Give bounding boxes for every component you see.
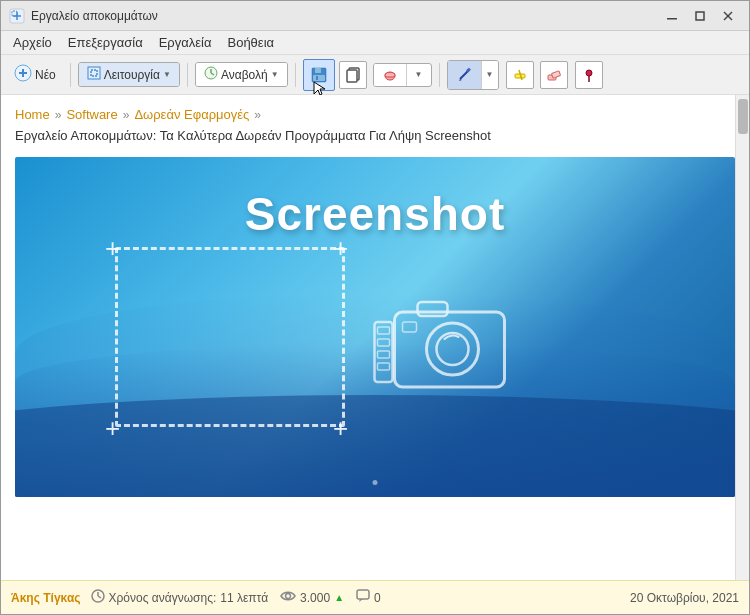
svg-rect-11 xyxy=(88,67,100,79)
screenshot-illustration: + + + + xyxy=(115,247,435,447)
separator-3 xyxy=(295,63,296,87)
status-bar: Άκης Τίγκας Χρόνος ανάγνωσης: 11 λεπτά 3… xyxy=(1,580,749,614)
svg-rect-38 xyxy=(378,351,390,358)
crosshair-br: + xyxy=(333,415,348,441)
save-button[interactable] xyxy=(303,59,335,91)
toolbar: Νέο Λειτουργία ▼ xyxy=(1,55,749,95)
svg-rect-32 xyxy=(551,70,560,77)
svg-rect-22 xyxy=(347,70,357,82)
crosshair-tr: + xyxy=(333,235,348,261)
delete-button[interactable] xyxy=(374,64,407,86)
svg-marker-27 xyxy=(459,79,462,81)
delay-icon xyxy=(204,66,218,83)
svg-rect-18 xyxy=(313,75,325,81)
window-title: Εργαλείο αποκομμάτων xyxy=(31,9,659,23)
breadcrumb-current: Εργαλείο Αποκομμάτων: Τα Καλύτερα Δωρεάν… xyxy=(15,126,491,147)
svg-point-33 xyxy=(586,70,592,76)
mode-label: Λειτουργία xyxy=(104,68,160,82)
svg-rect-39 xyxy=(378,363,390,370)
scrollbar[interactable] xyxy=(735,95,749,580)
crosshair-tl: + xyxy=(105,235,120,261)
draw-tools-group: ▼ xyxy=(447,60,499,90)
svg-rect-36 xyxy=(378,327,390,334)
new-button[interactable]: Νέο xyxy=(7,60,63,89)
svg-rect-25 xyxy=(387,73,393,75)
delay-group: Αναβολή ▼ xyxy=(195,62,288,87)
pen-button[interactable] xyxy=(448,61,482,89)
status-comments: 0 xyxy=(356,589,381,606)
breadcrumb-free-apps[interactable]: Δωρεάν Εφαρμογές xyxy=(134,105,249,126)
hero-dot xyxy=(373,480,378,485)
dropdown-arrow-button[interactable]: ▼ xyxy=(407,67,431,82)
readtime-value: 11 λεπτά xyxy=(220,591,268,605)
pin-button[interactable] xyxy=(575,61,603,89)
new-icon xyxy=(14,64,32,85)
breadcrumb-sep-3: » xyxy=(254,106,261,125)
svg-rect-5 xyxy=(696,12,704,20)
pen-dropdown-icon: ▼ xyxy=(486,70,494,79)
selection-box xyxy=(115,247,345,427)
svg-line-47 xyxy=(98,596,101,598)
svg-point-43 xyxy=(437,333,469,365)
svg-point-48 xyxy=(286,594,291,599)
separator-2 xyxy=(187,63,188,87)
svg-point-42 xyxy=(427,323,479,375)
new-label: Νέο xyxy=(35,68,56,82)
copy-button[interactable] xyxy=(339,61,367,89)
mode-icon xyxy=(87,66,101,83)
readtime-label: Χρόνος ανάγνωσης: xyxy=(109,591,217,605)
menu-edit[interactable]: Επεξεργασία xyxy=(60,33,151,52)
breadcrumb-sep-2: » xyxy=(123,106,130,125)
restore-button[interactable] xyxy=(687,6,713,26)
app-icon xyxy=(9,8,25,24)
menu-bar: Αρχείο Επεξεργασία Εργαλεία Βοήθεια xyxy=(1,31,749,55)
views-icon xyxy=(280,590,296,605)
pen-dropdown-button[interactable]: ▼ xyxy=(482,61,498,89)
svg-rect-4 xyxy=(667,18,677,20)
status-views: 3.000 ▲ xyxy=(280,590,344,605)
comments-value: 0 xyxy=(374,591,381,605)
action-dropdown-icon: ▼ xyxy=(415,70,423,79)
close-button[interactable] xyxy=(715,6,741,26)
breadcrumb-sep-1: » xyxy=(55,106,62,125)
status-date: 20 Οκτωβρίου, 2021 xyxy=(630,591,739,605)
eraser-button[interactable] xyxy=(540,61,568,89)
views-trend: ▲ xyxy=(334,592,344,603)
highlighter-button[interactable] xyxy=(506,61,534,89)
breadcrumb-software[interactable]: Software xyxy=(66,105,117,126)
crosshair-bl: + xyxy=(105,415,120,441)
mode-group: Λειτουργία ▼ xyxy=(78,62,180,87)
content-area[interactable]: Home » Software » Δωρεάν Εφαρμογές » Εργ… xyxy=(1,95,749,580)
mode-dropdown-icon: ▼ xyxy=(163,70,171,79)
separator-4 xyxy=(439,63,440,87)
scrollbar-thumb[interactable] xyxy=(738,99,748,134)
menu-tools[interactable]: Εργαλεία xyxy=(151,33,220,52)
app-window: Εργαλείο αποκομμάτων Αρχείο Επεξεργασία … xyxy=(0,0,750,615)
save-button-wrapper xyxy=(303,59,335,91)
breadcrumb-home[interactable]: Home xyxy=(15,105,50,126)
breadcrumb: Home » Software » Δωρεάν Εφαρμογές » Εργ… xyxy=(15,105,735,147)
menu-file[interactable]: Αρχείο xyxy=(5,33,60,52)
comments-icon xyxy=(356,589,370,606)
hero-image: Screenshot + + + + xyxy=(15,157,735,497)
camera-svg xyxy=(370,287,515,407)
minimize-button[interactable] xyxy=(659,6,685,26)
title-bar: Εργαλείο αποκομμάτων xyxy=(1,1,749,31)
delay-dropdown-icon: ▼ xyxy=(271,70,279,79)
hero-title: Screenshot xyxy=(245,188,506,240)
delay-button[interactable]: Αναβολή ▼ xyxy=(196,63,287,86)
svg-rect-41 xyxy=(418,302,448,316)
mode-button[interactable]: Λειτουργία ▼ xyxy=(79,63,179,86)
views-value: 3.000 xyxy=(300,591,330,605)
separator-1 xyxy=(70,63,71,87)
window-controls xyxy=(659,6,741,26)
action-group: ▼ xyxy=(373,63,432,87)
status-readtime: Χρόνος ανάγνωσης: 11 λεπτά xyxy=(91,589,269,606)
svg-rect-19 xyxy=(316,76,318,80)
menu-help[interactable]: Βοήθεια xyxy=(219,33,282,52)
svg-rect-37 xyxy=(378,339,390,346)
svg-rect-44 xyxy=(403,322,417,332)
hero-title-container: Screenshot xyxy=(245,187,506,241)
delay-label: Αναβολή xyxy=(221,68,268,82)
svg-rect-49 xyxy=(357,590,369,599)
